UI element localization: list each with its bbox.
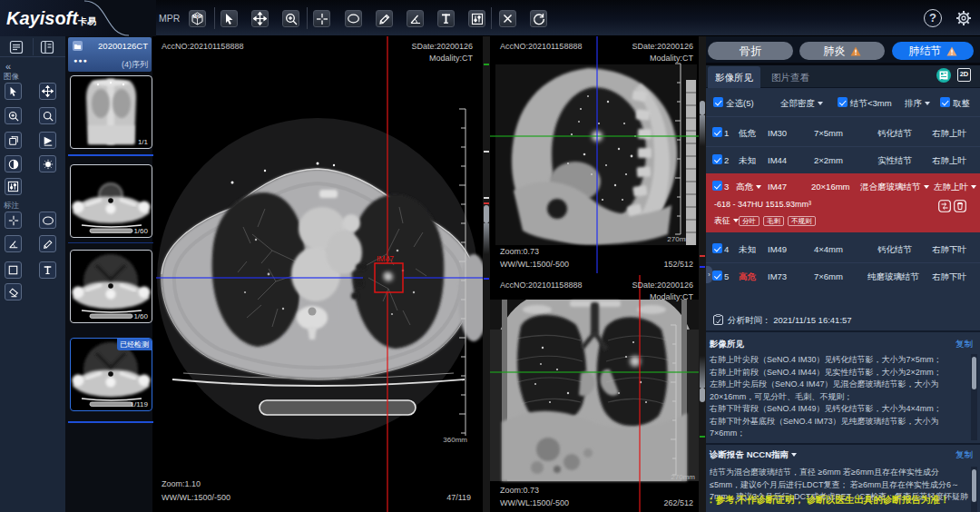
svg-text:360mm: 360mm — [443, 436, 467, 444]
svg-text:270mm: 270mm — [671, 473, 695, 481]
svg-text:IM47: IM47 — [377, 254, 394, 263]
svg-text:MPR: MPR — [193, 15, 203, 19]
svg-text:270mm: 270mm — [667, 235, 691, 243]
